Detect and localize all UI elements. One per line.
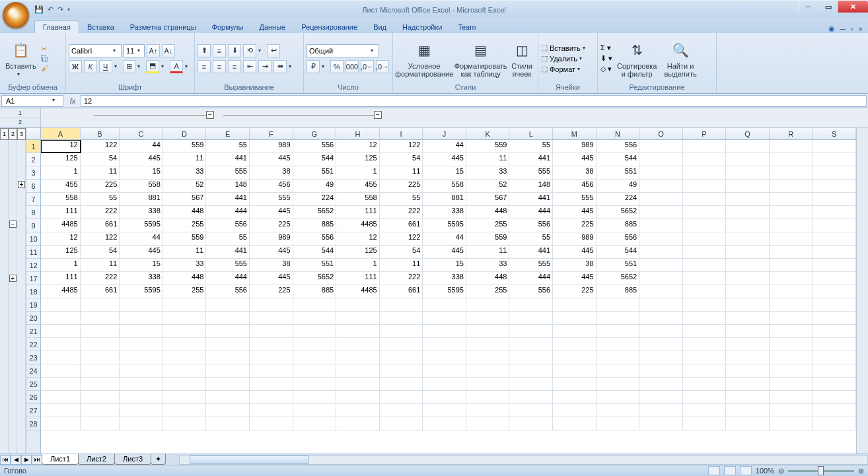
cell[interactable] bbox=[639, 338, 683, 351]
cell[interactable] bbox=[597, 378, 640, 390]
cell[interactable]: 448 bbox=[466, 206, 510, 219]
cell[interactable] bbox=[597, 312, 640, 324]
normal-view-button[interactable] bbox=[708, 466, 720, 475]
cell[interactable]: 661 bbox=[81, 219, 120, 232]
align-center-icon[interactable]: ≡ bbox=[213, 60, 226, 73]
last-sheet-button[interactable]: ⏭ bbox=[32, 455, 42, 465]
cell[interactable]: 441 bbox=[206, 153, 250, 166]
cell[interactable] bbox=[813, 219, 857, 232]
cell[interactable] bbox=[639, 312, 683, 324]
cell[interactable]: 551 bbox=[597, 166, 640, 179]
cell[interactable] bbox=[380, 391, 423, 403]
align-right-icon[interactable]: ≡ bbox=[228, 60, 241, 73]
cell[interactable] bbox=[293, 338, 337, 351]
cell[interactable] bbox=[639, 193, 683, 205]
formula-input[interactable]: 12 bbox=[81, 95, 867, 107]
cut-icon[interactable]: ✂ bbox=[41, 45, 48, 53]
cell[interactable] bbox=[639, 140, 683, 153]
cell[interactable]: 989 bbox=[553, 140, 597, 153]
borders-icon[interactable]: ⊞ bbox=[123, 60, 136, 73]
cell[interactable] bbox=[683, 378, 727, 390]
cell[interactable] bbox=[770, 272, 813, 285]
horizontal-scrollbar[interactable] bbox=[179, 455, 868, 465]
autosum-icon[interactable]: Σ ▾ bbox=[600, 44, 612, 52]
cell[interactable]: 338 bbox=[120, 272, 163, 285]
cell[interactable] bbox=[41, 351, 81, 364]
cell[interactable] bbox=[81, 364, 120, 377]
cell[interactable]: 5652 bbox=[597, 206, 640, 219]
cell[interactable] bbox=[206, 378, 250, 390]
cell[interactable] bbox=[41, 298, 81, 311]
cell[interactable]: 559 bbox=[466, 232, 510, 245]
cell[interactable]: 125 bbox=[336, 153, 380, 166]
cell[interactable] bbox=[813, 351, 857, 364]
currency-icon[interactable]: ₽ bbox=[307, 60, 320, 73]
cell[interactable]: 661 bbox=[81, 285, 120, 298]
col-outline-level-1[interactable]: 1 bbox=[0, 108, 40, 118]
cell[interactable]: 255 bbox=[163, 219, 207, 232]
italic-button[interactable]: К bbox=[84, 60, 97, 73]
cell[interactable] bbox=[770, 193, 813, 205]
cell[interactable]: 125 bbox=[41, 153, 81, 166]
cell[interactable] bbox=[509, 298, 553, 311]
cell[interactable] bbox=[120, 298, 163, 311]
cell[interactable] bbox=[639, 180, 683, 192]
cell[interactable]: 52 bbox=[163, 180, 207, 192]
cell[interactable] bbox=[336, 378, 380, 390]
comma-icon[interactable]: 000 bbox=[345, 60, 359, 73]
cell[interactable]: 4485 bbox=[336, 285, 380, 298]
font-name-combo[interactable]: ▾ bbox=[69, 44, 122, 57]
cell[interactable]: 111 bbox=[41, 206, 81, 219]
cell[interactable]: 885 bbox=[597, 219, 640, 232]
cell[interactable] bbox=[639, 325, 683, 337]
cell[interactable]: 567 bbox=[163, 193, 207, 205]
cell[interactable]: 445 bbox=[423, 246, 466, 258]
cell-styles-button[interactable]: ◫Стили ячеек bbox=[509, 38, 535, 79]
cell[interactable]: 338 bbox=[423, 272, 466, 285]
bold-button[interactable]: Ж bbox=[69, 60, 82, 73]
cell[interactable]: 122 bbox=[380, 140, 423, 153]
cell[interactable] bbox=[509, 338, 553, 351]
cell[interactable] bbox=[639, 417, 683, 430]
cell[interactable]: 445 bbox=[250, 272, 293, 285]
cell[interactable] bbox=[466, 338, 510, 351]
cell[interactable]: 225 bbox=[81, 180, 120, 192]
cell[interactable]: 558 bbox=[41, 193, 81, 205]
zoom-slider[interactable] bbox=[788, 470, 854, 472]
cell[interactable]: 556 bbox=[206, 285, 250, 298]
cell[interactable] bbox=[553, 298, 597, 311]
cell[interactable] bbox=[683, 232, 727, 245]
font-color-icon[interactable]: A bbox=[170, 60, 183, 73]
ribbon-tab-8[interactable]: Team bbox=[450, 21, 484, 33]
column-header[interactable]: N bbox=[597, 128, 640, 139]
cell[interactable] bbox=[206, 338, 250, 351]
cell[interactable] bbox=[336, 404, 380, 417]
cell[interactable] bbox=[639, 166, 683, 179]
cell[interactable] bbox=[770, 153, 813, 166]
cell[interactable] bbox=[336, 364, 380, 377]
cell[interactable]: 225 bbox=[250, 285, 293, 298]
cell[interactable]: 5595 bbox=[120, 285, 163, 298]
column-header[interactable]: H bbox=[336, 128, 380, 139]
cell[interactable]: 1 bbox=[41, 259, 81, 271]
cell[interactable]: 222 bbox=[81, 272, 120, 285]
row-header[interactable]: 19 bbox=[26, 298, 40, 312]
cell[interactable] bbox=[41, 378, 81, 390]
cell[interactable]: 559 bbox=[163, 232, 207, 245]
row-header[interactable]: 17 bbox=[26, 272, 40, 285]
cell[interactable] bbox=[813, 298, 857, 311]
cell[interactable]: 556 bbox=[597, 232, 640, 245]
cell[interactable] bbox=[553, 351, 597, 364]
cell[interactable]: 544 bbox=[597, 153, 640, 166]
cell[interactable]: 122 bbox=[380, 232, 423, 245]
increase-decimal-icon[interactable]: ,0← bbox=[361, 60, 374, 73]
cell[interactable]: 989 bbox=[250, 140, 293, 153]
cell[interactable] bbox=[683, 338, 727, 351]
cell[interactable] bbox=[250, 325, 293, 337]
insert-cells-button[interactable]: ⬚ Вставить ▾ bbox=[541, 44, 589, 52]
cell[interactable] bbox=[41, 364, 81, 377]
cell[interactable] bbox=[597, 298, 640, 311]
row-header[interactable]: 6 bbox=[26, 180, 40, 193]
row-header[interactable]: 20 bbox=[26, 312, 40, 325]
cell[interactable] bbox=[726, 246, 770, 258]
